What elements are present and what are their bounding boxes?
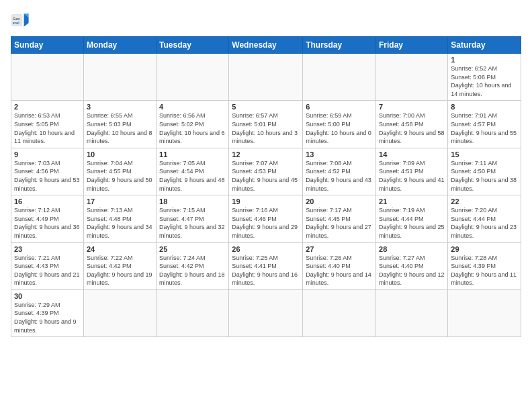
calendar-cell [376, 289, 448, 336]
day-number: 27 [306, 245, 373, 253]
day-info: Sunrise: 7:13 AM Sunset: 4:48 PM Dayligh… [87, 206, 153, 240]
day-number: 26 [232, 245, 300, 253]
day-info: Sunrise: 6:52 AM Sunset: 5:06 PM Dayligh… [451, 64, 518, 98]
day-info: Sunrise: 7:11 AM Sunset: 4:50 PM Dayligh… [451, 159, 518, 193]
day-number: 7 [379, 103, 445, 111]
day-number: 25 [159, 245, 226, 253]
day-info: Sunrise: 7:28 AM Sunset: 4:39 PM Dayligh… [451, 254, 518, 287]
calendar-cell: 11Sunrise: 7:05 AM Sunset: 4:54 PM Dayli… [157, 148, 229, 195]
calendar-cell: 5Sunrise: 6:57 AM Sunset: 5:01 PM Daylig… [229, 101, 303, 148]
calendar-cell [11, 54, 84, 101]
day-info: Sunrise: 7:22 AM Sunset: 4:42 PM Dayligh… [87, 254, 153, 287]
day-info: Sunrise: 7:15 AM Sunset: 4:47 PM Dayligh… [159, 206, 226, 240]
calendar-week-6: 30Sunrise: 7:29 AM Sunset: 4:39 PM Dayli… [11, 289, 521, 336]
weekday-header-thursday: Thursday [303, 37, 376, 54]
calendar-cell: 18Sunrise: 7:15 AM Sunset: 4:47 PM Dayli… [157, 195, 229, 242]
calendar-cell [448, 289, 521, 336]
day-info: Sunrise: 7:12 AM Sunset: 4:49 PM Dayligh… [14, 206, 81, 240]
day-info: Sunrise: 6:53 AM Sunset: 5:05 PM Dayligh… [14, 111, 81, 145]
day-info: Sunrise: 7:16 AM Sunset: 4:46 PM Dayligh… [232, 206, 300, 240]
day-number: 16 [14, 197, 81, 205]
day-number: 18 [159, 197, 226, 205]
day-number: 10 [87, 150, 153, 158]
calendar-cell: 19Sunrise: 7:16 AM Sunset: 4:46 PM Dayli… [229, 195, 303, 242]
calendar-cell: 30Sunrise: 7:29 AM Sunset: 4:39 PM Dayli… [11, 289, 84, 336]
calendar-cell: 8Sunrise: 7:01 AM Sunset: 4:57 PM Daylig… [448, 101, 521, 148]
day-number: 15 [451, 150, 518, 158]
calendar-cell [303, 54, 376, 101]
weekday-header-row: SundayMondayTuesdayWednesdayThursdayFrid… [11, 37, 521, 54]
calendar-cell: 2Sunrise: 6:53 AM Sunset: 5:05 PM Daylig… [11, 101, 84, 148]
calendar-cell: 12Sunrise: 7:07 AM Sunset: 4:53 PM Dayli… [229, 148, 303, 195]
day-info: Sunrise: 7:01 AM Sunset: 4:57 PM Dayligh… [451, 111, 518, 145]
calendar-week-4: 16Sunrise: 7:12 AM Sunset: 4:49 PM Dayli… [11, 195, 521, 242]
day-number: 5 [232, 103, 300, 111]
calendar-cell [229, 54, 303, 101]
calendar-cell [376, 54, 448, 101]
day-number: 28 [379, 245, 445, 253]
day-info: Sunrise: 7:09 AM Sunset: 4:51 PM Dayligh… [379, 159, 445, 193]
day-info: Sunrise: 7:27 AM Sunset: 4:40 PM Dayligh… [379, 254, 445, 287]
calendar-cell: 16Sunrise: 7:12 AM Sunset: 4:49 PM Dayli… [11, 195, 84, 242]
calendar-cell [157, 54, 229, 101]
calendar-week-2: 2Sunrise: 6:53 AM Sunset: 5:05 PM Daylig… [11, 101, 521, 148]
day-info: Sunrise: 7:07 AM Sunset: 4:53 PM Dayligh… [232, 159, 300, 193]
svg-text:eral: eral [13, 21, 19, 25]
day-info: Sunrise: 7:29 AM Sunset: 4:39 PM Dayligh… [14, 301, 81, 334]
day-number: 29 [451, 245, 518, 253]
calendar-cell: 15Sunrise: 7:11 AM Sunset: 4:50 PM Dayli… [448, 148, 521, 195]
calendar-cell [83, 289, 156, 336]
weekday-header-monday: Monday [83, 37, 156, 54]
calendar-week-3: 9Sunrise: 7:03 AM Sunset: 4:56 PM Daylig… [11, 148, 521, 195]
header: Gen eral [11, 11, 521, 30]
calendar-week-5: 23Sunrise: 7:21 AM Sunset: 4:43 PM Dayli… [11, 242, 521, 289]
day-number: 14 [379, 150, 445, 158]
day-info: Sunrise: 7:05 AM Sunset: 4:54 PM Dayligh… [159, 159, 226, 193]
day-info: Sunrise: 7:03 AM Sunset: 4:56 PM Dayligh… [14, 159, 81, 193]
calendar-cell: 27Sunrise: 7:26 AM Sunset: 4:40 PM Dayli… [303, 242, 376, 289]
day-number: 2 [14, 103, 81, 111]
day-number: 22 [451, 197, 518, 205]
day-number: 30 [14, 292, 81, 300]
day-number: 20 [306, 197, 373, 205]
calendar-cell: 23Sunrise: 7:21 AM Sunset: 4:43 PM Dayli… [11, 242, 84, 289]
weekday-header-friday: Friday [376, 37, 448, 54]
calendar-cell: 1Sunrise: 6:52 AM Sunset: 5:06 PM Daylig… [448, 54, 521, 101]
logo: Gen eral [11, 11, 32, 30]
calendar-cell: 13Sunrise: 7:08 AM Sunset: 4:52 PM Dayli… [303, 148, 376, 195]
calendar-cell: 21Sunrise: 7:19 AM Sunset: 4:44 PM Dayli… [376, 195, 448, 242]
day-number: 21 [379, 197, 445, 205]
calendar-cell: 9Sunrise: 7:03 AM Sunset: 4:56 PM Daylig… [11, 148, 84, 195]
day-number: 23 [14, 245, 81, 253]
day-number: 1 [451, 56, 518, 64]
calendar-cell [229, 289, 303, 336]
calendar-cell: 28Sunrise: 7:27 AM Sunset: 4:40 PM Dayli… [376, 242, 448, 289]
day-info: Sunrise: 6:56 AM Sunset: 5:02 PM Dayligh… [159, 111, 226, 145]
day-number: 9 [14, 150, 81, 158]
calendar-cell: 17Sunrise: 7:13 AM Sunset: 4:48 PM Dayli… [83, 195, 156, 242]
calendar-cell: 6Sunrise: 6:59 AM Sunset: 5:00 PM Daylig… [303, 101, 376, 148]
calendar-cell: 7Sunrise: 7:00 AM Sunset: 4:58 PM Daylig… [376, 101, 448, 148]
day-info: Sunrise: 7:25 AM Sunset: 4:41 PM Dayligh… [232, 254, 300, 287]
calendar-week-1: 1Sunrise: 6:52 AM Sunset: 5:06 PM Daylig… [11, 54, 521, 101]
calendar-cell: 20Sunrise: 7:17 AM Sunset: 4:45 PM Dayli… [303, 195, 376, 242]
day-info: Sunrise: 7:19 AM Sunset: 4:44 PM Dayligh… [379, 206, 445, 240]
day-info: Sunrise: 7:04 AM Sunset: 4:55 PM Dayligh… [87, 159, 153, 193]
day-number: 6 [306, 103, 373, 111]
calendar-cell: 10Sunrise: 7:04 AM Sunset: 4:55 PM Dayli… [83, 148, 156, 195]
calendar-page: Gen eral SundayMondayTuesdayWednesdayThu… [0, 0, 532, 411]
calendar-cell: 14Sunrise: 7:09 AM Sunset: 4:51 PM Dayli… [376, 148, 448, 195]
day-info: Sunrise: 7:21 AM Sunset: 4:43 PM Dayligh… [14, 254, 81, 287]
day-info: Sunrise: 7:00 AM Sunset: 4:58 PM Dayligh… [379, 111, 445, 145]
day-info: Sunrise: 6:55 AM Sunset: 5:03 PM Dayligh… [87, 111, 153, 145]
calendar-cell: 22Sunrise: 7:20 AM Sunset: 4:44 PM Dayli… [448, 195, 521, 242]
calendar-cell [83, 54, 156, 101]
calendar-cell: 3Sunrise: 6:55 AM Sunset: 5:03 PM Daylig… [83, 101, 156, 148]
calendar-cell: 26Sunrise: 7:25 AM Sunset: 4:41 PM Dayli… [229, 242, 303, 289]
calendar-cell [303, 289, 376, 336]
day-info: Sunrise: 7:24 AM Sunset: 4:42 PM Dayligh… [159, 254, 226, 287]
day-info: Sunrise: 7:20 AM Sunset: 4:44 PM Dayligh… [451, 206, 518, 240]
weekday-header-sunday: Sunday [11, 37, 84, 54]
calendar-cell [157, 289, 229, 336]
calendar-cell: 4Sunrise: 6:56 AM Sunset: 5:02 PM Daylig… [157, 101, 229, 148]
